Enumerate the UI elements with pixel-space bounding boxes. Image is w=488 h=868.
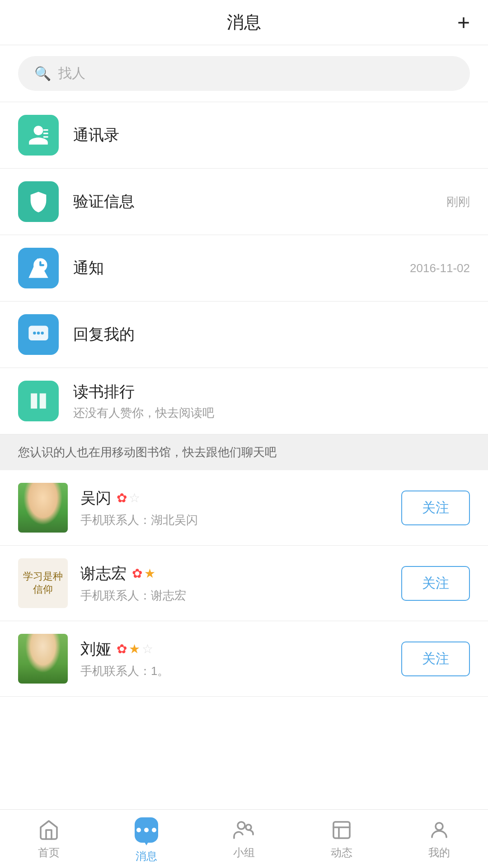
section-banner: 您认识的人也在用移动图书馆，快去跟他们聊天吧 xyxy=(0,434,488,470)
contacts-label: 通讯录 xyxy=(73,126,119,143)
notify-time: 2016-11-02 xyxy=(410,261,470,275)
nav-label-dynamic: 动态 xyxy=(331,845,352,860)
user-info-xie: 谢志宏 ✿ ★ 手机联系人：谢志宏 xyxy=(80,563,401,604)
nav-item-dynamic[interactable]: 动态 xyxy=(293,818,390,860)
star-icons-liu: ✿ ★ ☆ xyxy=(117,642,153,656)
mine-icon xyxy=(427,818,451,842)
reading-text: 读书排行 还没有人赞你，快去阅读吧 xyxy=(73,382,470,421)
notify-text: 通知 xyxy=(73,258,410,278)
flower-icon-xie: ✿ xyxy=(132,566,142,581)
user-info-liu: 刘娅 ✿ ★ ☆ 手机联系人：1。 xyxy=(80,639,401,679)
nav-item-mine[interactable]: 我的 xyxy=(390,818,488,860)
home-icon xyxy=(37,818,61,842)
user-name-liu: 刘娅 xyxy=(80,639,111,660)
notify-label: 通知 xyxy=(73,259,104,276)
svg-rect-11 xyxy=(333,822,350,838)
user-item-xie: 学习是种信仰 谢志宏 ✿ ★ 手机联系人：谢志宏 关注 xyxy=(0,546,488,621)
verify-label: 验证信息 xyxy=(73,193,135,210)
contacts-icon xyxy=(18,115,59,156)
user-item-wu: 吴闪 ✿ ☆ 手机联系人：湖北吴闪 关注 xyxy=(0,470,488,546)
reading-label: 读书排行 xyxy=(73,383,135,400)
star-xie-1: ★ xyxy=(144,566,155,581)
verify-icon xyxy=(18,181,59,222)
nav-label-message: 消息 xyxy=(136,849,157,863)
svg-rect-1 xyxy=(43,133,48,134)
reply-text: 回复我的 xyxy=(73,324,470,345)
header: 消息 + xyxy=(0,0,488,45)
svg-point-7 xyxy=(37,332,40,335)
reply-icon xyxy=(18,314,59,355)
flower-icon-wu: ✿ xyxy=(117,491,127,505)
book-icon xyxy=(18,381,59,421)
svg-point-9 xyxy=(238,822,245,829)
reading-sublabel: 还没有人赞你，快去阅读吧 xyxy=(73,405,470,421)
menu-item-contacts[interactable]: 通讯录 xyxy=(0,102,488,169)
svg-rect-2 xyxy=(43,136,48,137)
bottom-nav: 首页 消息 小组 xyxy=(0,809,488,868)
menu-item-reply[interactable]: 回复我的 xyxy=(0,302,488,368)
nav-item-message[interactable]: 消息 xyxy=(98,815,195,863)
follow-button-liu[interactable]: 关注 xyxy=(401,642,470,676)
menu-section: 通讯录 验证信息 刚刚 xyxy=(0,102,488,434)
nav-item-home[interactable]: 首页 xyxy=(0,818,98,860)
add-button[interactable]: + xyxy=(457,10,470,35)
search-section: 🔍 找人 xyxy=(0,45,488,102)
notify-icon xyxy=(18,248,59,288)
svg-point-10 xyxy=(246,825,251,830)
user-name-xie: 谢志宏 xyxy=(80,563,127,584)
user-item-liu: 刘娅 ✿ ★ ☆ 手机联系人：1。 关注 xyxy=(0,621,488,697)
reply-label: 回复我的 xyxy=(73,326,135,343)
avatar-xie-text: 学习是种信仰 xyxy=(18,568,68,598)
follow-button-xie[interactable]: 关注 xyxy=(401,566,470,601)
svg-rect-0 xyxy=(43,129,48,131)
group-icon xyxy=(232,818,256,842)
nav-label-mine: 我的 xyxy=(428,845,450,860)
user-name-wu: 吴闪 xyxy=(80,488,111,509)
flower-icon-liu: ✿ xyxy=(117,642,127,656)
verify-time: 刚刚 xyxy=(446,194,470,210)
star-liu-2: ☆ xyxy=(142,642,153,656)
star-icons-wu: ✿ ☆ xyxy=(117,491,140,505)
user-contact-liu: 手机联系人：1。 xyxy=(80,663,401,679)
dynamic-icon xyxy=(330,818,353,842)
follow-button-wu[interactable]: 关注 xyxy=(401,491,470,525)
svg-point-6 xyxy=(33,332,36,335)
star-icons-xie: ✿ ★ xyxy=(132,566,155,581)
search-bar[interactable]: 🔍 找人 xyxy=(18,56,470,91)
user-info-wu: 吴闪 ✿ ☆ 手机联系人：湖北吴闪 xyxy=(80,488,401,528)
user-contact-wu: 手机联系人：湖北吴闪 xyxy=(80,512,401,528)
svg-point-14 xyxy=(436,823,443,830)
message-icon xyxy=(135,815,158,845)
svg-point-8 xyxy=(41,332,44,335)
nav-item-group[interactable]: 小组 xyxy=(195,818,293,860)
star-liu-1: ★ xyxy=(129,642,140,656)
user-contact-xie: 手机联系人：谢志宏 xyxy=(80,588,401,604)
search-placeholder: 找人 xyxy=(58,64,85,83)
avatar-wu xyxy=(18,483,68,533)
avatar-liu xyxy=(18,634,68,684)
avatar-xie: 学习是种信仰 xyxy=(18,558,68,608)
menu-item-verify[interactable]: 验证信息 刚刚 xyxy=(0,169,488,235)
star-wu-1: ☆ xyxy=(129,491,140,505)
menu-item-notify[interactable]: 通知 2016-11-02 xyxy=(0,235,488,302)
verify-text: 验证信息 xyxy=(73,191,446,212)
menu-item-reading[interactable]: 读书排行 还没有人赞你，快去阅读吧 xyxy=(0,368,488,434)
user-list: 吴闪 ✿ ☆ 手机联系人：湖北吴闪 关注 学习是种信仰 谢志宏 ✿ xyxy=(0,470,488,697)
nav-label-group: 小组 xyxy=(233,845,255,860)
nav-label-home: 首页 xyxy=(38,845,60,860)
page-title: 消息 xyxy=(227,11,261,34)
search-icon: 🔍 xyxy=(34,66,51,81)
contacts-text: 通讯录 xyxy=(73,125,470,146)
